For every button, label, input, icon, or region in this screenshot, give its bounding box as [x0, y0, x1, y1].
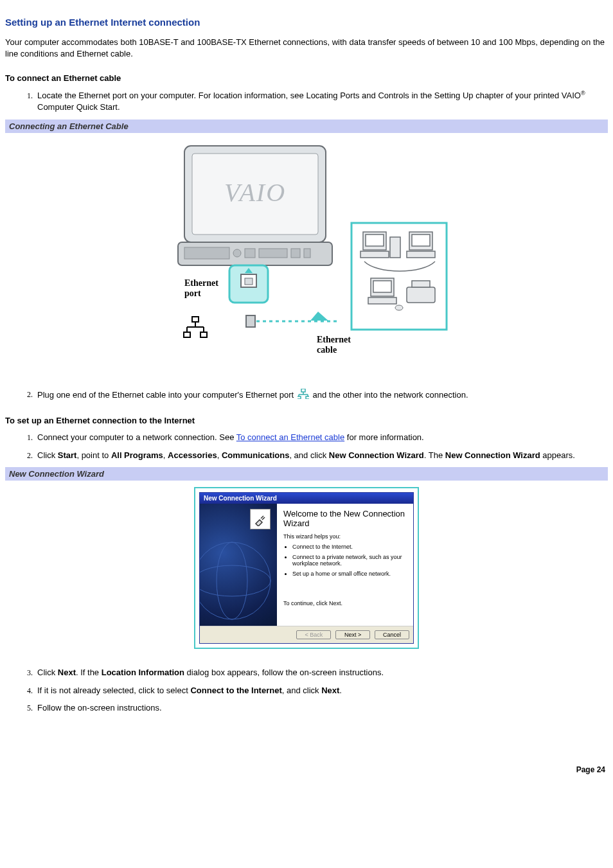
svg-rect-46: [306, 396, 309, 399]
svg-point-5: [233, 249, 241, 257]
text: .: [339, 686, 342, 695]
label-ethernet-cable: Ethernet: [317, 335, 351, 344]
text: ,: [217, 450, 222, 460]
svg-rect-12: [245, 278, 253, 285]
svg-rect-28: [366, 235, 384, 246]
ui-next-2: Next: [321, 686, 339, 695]
wizard-text: This wizard helps you:: [283, 533, 407, 540]
ui-location-info: Location Information: [102, 668, 184, 677]
figure-wizard: New Connection Wizard Welcome to the New…: [5, 487, 608, 649]
svg-rect-29: [360, 251, 389, 258]
svg-text:VAIO: VAIO: [224, 178, 286, 207]
ethernet-port-icon: [298, 389, 309, 402]
step-click-next: Click Next. If the Location Information …: [35, 667, 608, 678]
svg-rect-15: [192, 317, 199, 322]
step-connect-network: Connect your computer to a network conne…: [35, 432, 608, 443]
subheading-setup: To set up an Ethernet connection to the …: [5, 416, 608, 425]
text: and the other into the network connectio…: [312, 389, 468, 399]
text: for more information.: [344, 432, 424, 442]
text: ,: [163, 450, 168, 460]
wizard-bullet: Connect to a private network, such as yo…: [292, 554, 407, 567]
svg-text:cable: cable: [317, 345, 337, 355]
svg-point-49: [217, 542, 247, 619]
svg-marker-24: [310, 312, 328, 321]
wizard-window: New Connection Wizard Welcome to the New…: [199, 492, 414, 644]
text: , and click: [282, 686, 321, 695]
svg-rect-37: [407, 287, 435, 303]
svg-rect-38: [412, 281, 430, 287]
svg-rect-8: [291, 249, 300, 258]
step-follow: Follow the on-screen instructions.: [35, 702, 608, 714]
text: , and click: [289, 450, 328, 460]
text: . The: [424, 450, 445, 460]
plug-icon: [250, 509, 271, 529]
wizard-side-graphic: [200, 504, 277, 626]
wizard-heading: Welcome to the New Connection Wizard: [283, 509, 407, 528]
label-ethernet-port: Ethernet: [184, 278, 218, 288]
text: Locate the Ethernet port on your compute…: [37, 91, 581, 100]
ui-next: Next: [58, 668, 76, 677]
step-plug-cable: Plug one end of the Ethernet cable into …: [35, 389, 608, 402]
wizard-bullet: Connect to the Internet.: [292, 544, 407, 550]
ui-connect-internet: Connect to the Internet: [190, 686, 281, 695]
step-connect-internet: If it is not already selected, click to …: [35, 685, 608, 696]
svg-rect-31: [412, 235, 430, 246]
back-button: < Back: [296, 630, 331, 639]
text: Click: [37, 668, 58, 677]
figure-caption-band: Connecting an Ethernet Cable: [5, 120, 608, 133]
svg-rect-20: [184, 332, 190, 337]
wizard-titlebar: New Connection Wizard: [200, 493, 413, 504]
svg-rect-33: [390, 237, 400, 258]
ui-accessories: Accessories: [168, 450, 217, 460]
svg-rect-22: [246, 315, 255, 327]
text: , point to: [76, 450, 111, 460]
intro-paragraph: Your computer accommodates both 10BASE-T…: [5, 37, 608, 59]
ui-communications: Communications: [222, 450, 289, 460]
figure-ethernet: VAIO Ethernet port: [5, 139, 608, 371]
svg-rect-9: [304, 249, 310, 258]
svg-point-47: [200, 542, 271, 619]
step-open-wizard: Click Start, point to All Programs, Acce…: [35, 450, 608, 461]
wizard-continue-text: To continue, click Next.: [283, 600, 407, 607]
subheading-connect-cable: To connect an Ethernet cable: [5, 73, 608, 83]
svg-rect-35: [373, 281, 391, 292]
svg-rect-6: [245, 249, 255, 258]
registered-mark: ®: [581, 90, 585, 96]
svg-point-48: [200, 565, 271, 596]
svg-rect-40: [301, 389, 305, 392]
svg-rect-45: [298, 396, 301, 399]
step-locate-port: Locate the Ethernet port on your compute…: [35, 89, 608, 112]
wizard-bullet: Set up a home or small office network.: [292, 571, 407, 577]
svg-rect-36: [368, 297, 396, 304]
text: Computer Quick Start.: [37, 102, 120, 112]
page-number: Page 24: [5, 765, 608, 774]
cancel-button[interactable]: Cancel: [375, 630, 409, 639]
page-title: Setting up an Ethernet Internet connecti…: [5, 17, 608, 28]
text: appears.: [540, 450, 575, 460]
next-button[interactable]: Next >: [335, 630, 370, 639]
text: dialog box appears, follow the on-screen…: [184, 668, 384, 677]
svg-text:port: port: [184, 288, 201, 298]
text: Click: [37, 450, 58, 460]
ethernet-diagram-svg: VAIO Ethernet port: [165, 139, 448, 371]
svg-rect-21: [200, 332, 207, 337]
text: If it is not already selected, click to …: [37, 686, 190, 695]
ui-new-conn-wizard-2: New Connection Wizard: [445, 450, 540, 460]
svg-rect-7: [259, 249, 287, 258]
text: . If the: [76, 668, 102, 677]
svg-rect-32: [407, 251, 435, 258]
link-connect-cable[interactable]: To connect an Ethernet cable: [236, 432, 344, 442]
svg-rect-4: [184, 247, 229, 259]
ui-start: Start: [58, 450, 77, 460]
ui-all-programs: All Programs: [111, 450, 163, 460]
figure-caption-band-2: New Connection Wizard: [5, 467, 608, 481]
ui-new-conn-wizard: New Connection Wizard: [329, 450, 424, 460]
text: Plug one end of the Ethernet cable into …: [37, 389, 296, 399]
svg-point-39: [395, 305, 403, 310]
text: Connect your computer to a network conne…: [37, 432, 236, 442]
